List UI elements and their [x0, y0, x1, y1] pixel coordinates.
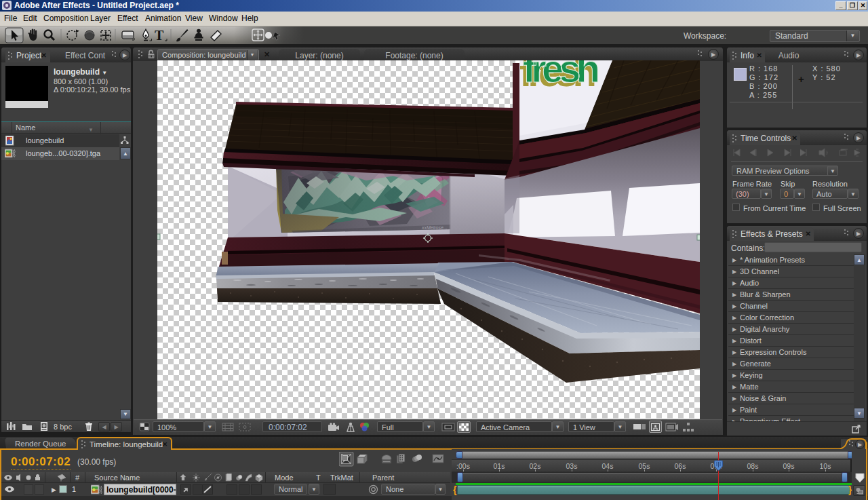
svg-text:fresh: fresh — [523, 60, 597, 90]
svg-text:T: T — [155, 28, 164, 43]
